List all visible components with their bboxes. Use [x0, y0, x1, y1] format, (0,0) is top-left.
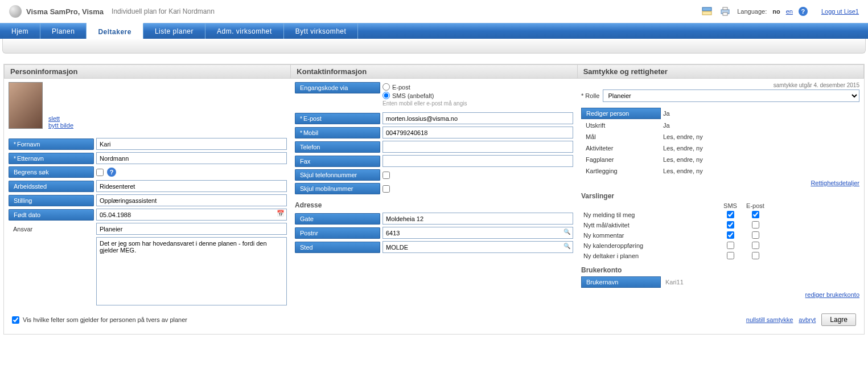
rolle-select[interactable]: Planeier: [603, 89, 859, 102]
stilling-input[interactable]: [96, 194, 287, 206]
avbryt-link[interactable]: avbryt: [799, 316, 816, 323]
otp-epost-label: E-post: [392, 84, 410, 91]
fodt-dato-input[interactable]: [96, 209, 287, 221]
bytt-bilde-link[interactable]: bytt bilde: [48, 122, 73, 129]
epost-input[interactable]: [382, 112, 573, 124]
telefon-input[interactable]: [382, 141, 573, 153]
gate-input[interactable]: [382, 213, 573, 225]
col-kontaktinformasjon: Engangskode via E-post SMS (anbefalt) En…: [295, 82, 573, 308]
brukernavn-label: Brukernavn: [581, 276, 661, 288]
svg-rect-1: [702, 11, 711, 15]
svg-rect-4: [723, 13, 727, 15]
postnr-label: Postnr: [295, 227, 380, 239]
fax-input[interactable]: [382, 155, 573, 167]
notif-ny-kalender: Ny kalenderoppføring: [581, 241, 718, 250]
otp-sms-radio[interactable]: [382, 92, 390, 99]
lagre-button[interactable]: Lagre: [821, 313, 856, 326]
brukerkonto-heading: Brukerkonto: [581, 266, 859, 274]
language-label: Language:: [737, 8, 767, 15]
notif-ny-kalender-epost[interactable]: [752, 242, 759, 249]
mobil-input[interactable]: [382, 127, 573, 138]
section-person-header: Personinformasjon: [4, 64, 291, 79]
begrens-help-icon[interactable]: ?: [107, 168, 116, 177]
etternavn-label: Etternavn: [9, 153, 94, 164]
ansvar-label: Ansvar: [9, 224, 94, 234]
fornavn-label: Fornavn: [9, 138, 94, 150]
perm-utskrift-label[interactable]: Utskrift: [581, 120, 661, 131]
tab-adm-virksomhet[interactable]: Adm. virksomhet: [205, 23, 284, 39]
skjul-telefon-checkbox[interactable]: [382, 172, 390, 179]
brukernavn-value: Kari11: [661, 277, 688, 287]
tab-planen[interactable]: Planen: [40, 23, 87, 39]
perm-utskrift-val: Ja: [661, 120, 672, 131]
otp-sms-label: SMS (anbefalt): [392, 92, 434, 99]
otp-epost-radio[interactable]: [382, 83, 390, 91]
varslinger-heading: Varslinger: [581, 192, 859, 200]
nullstill-samtykke-link[interactable]: nullstill samtykke: [746, 316, 793, 323]
help-icon[interactable]: ?: [799, 7, 808, 16]
sted-label: Sted: [295, 242, 380, 253]
arbeidssted-input[interactable]: [96, 180, 287, 192]
notif-ny-deltaker-sms[interactable]: [727, 252, 734, 259]
notif-ny-kalender-sms[interactable]: [727, 242, 734, 249]
perm-rediger-label[interactable]: Rediger person: [581, 108, 661, 119]
tab-liste-planer[interactable]: Liste planer: [143, 23, 205, 39]
perm-aktiviteter-val: Les, endre, ny: [661, 143, 705, 153]
fornavn-input[interactable]: [96, 138, 287, 150]
notif-col-sms: SMS: [718, 202, 743, 209]
tab-bytt-virksomhet[interactable]: Bytt virksomhet: [284, 23, 359, 39]
skjul-telefon-label: Skjul telefonnummer: [295, 169, 380, 181]
perm-rediger-val: Ja: [661, 108, 672, 119]
epost-label: E-post: [295, 113, 380, 124]
notif-nytt-maal-epost[interactable]: [752, 221, 759, 229]
slett-image-link[interactable]: slett: [48, 115, 73, 122]
main-tabs: Hjem Planen Deltakere Liste planer Adm. …: [0, 23, 868, 39]
perm-aktiviteter-label[interactable]: Aktiviteter: [581, 143, 661, 153]
begrens-sok-label: Begrens søk: [9, 166, 94, 178]
perm-kartlegging-label[interactable]: Kartlegging: [581, 166, 661, 176]
notif-ny-melding-sms[interactable]: [727, 211, 734, 218]
notif-ny-deltaker-epost[interactable]: [752, 252, 759, 259]
svg-rect-3: [723, 7, 727, 10]
rettighetsdetaljer-link[interactable]: Rettighetsdetaljer: [811, 180, 859, 186]
vis-felter-checkbox[interactable]: [12, 316, 19, 324]
tab-deltakere[interactable]: Deltakere: [87, 23, 143, 39]
skjul-mobil-label: Skjul mobilnummer: [295, 183, 380, 194]
svg-rect-0: [702, 7, 711, 11]
perm-maal-label[interactable]: Mål: [581, 132, 661, 142]
mobil-label: Mobil: [295, 127, 380, 138]
notif-ny-melding: Ny melding til meg: [581, 210, 718, 219]
etternavn-input[interactable]: [96, 152, 287, 164]
lang-no: no: [772, 8, 780, 15]
notif-ny-kommentar-epost[interactable]: [752, 231, 759, 239]
ansvar-input[interactable]: [96, 223, 287, 235]
telefon-label: Telefon: [295, 141, 380, 153]
notif-ny-kommentar-sms[interactable]: [727, 231, 734, 239]
print-icon[interactable]: [719, 5, 731, 18]
perm-fagplaner-val: Les, endre, ny: [661, 154, 705, 165]
sted-input[interactable]: [382, 241, 573, 253]
ansvar-textarea[interactable]: [96, 237, 287, 305]
notif-nytt-maal-sms[interactable]: [727, 221, 734, 229]
col-samtykke: samtykke utgår 4. desember 2015 * Rolle …: [581, 82, 859, 308]
logout-link[interactable]: Logg ut Lise1: [821, 8, 859, 15]
rolle-label: * Rolle: [581, 92, 599, 99]
postnr-input[interactable]: [382, 227, 573, 239]
page-subtitle: Individuell plan for Kari Nordmann: [112, 7, 215, 15]
rediger-brukerkonto-link[interactable]: rediger brukerkonto: [805, 291, 859, 298]
tab-hjem[interactable]: Hjem: [0, 23, 40, 39]
notif-ny-melding-epost[interactable]: [752, 211, 759, 218]
lang-en-link[interactable]: en: [786, 8, 793, 15]
archive-icon[interactable]: [701, 5, 713, 18]
perm-fagplaner-label[interactable]: Fagplaner: [581, 154, 661, 165]
begrens-sok-checkbox[interactable]: [96, 169, 104, 176]
perm-kartlegging-val: Les, endre, ny: [661, 166, 705, 176]
skjul-mobil-checkbox[interactable]: [382, 185, 390, 193]
logo-icon: [9, 5, 22, 18]
notif-col-epost: E-post: [743, 202, 768, 209]
toolbar-strip: [2, 39, 866, 54]
fodt-dato-label: Født dato: [9, 209, 94, 221]
gate-label: Gate: [295, 213, 380, 225]
arbeidssted-label: Arbeidssted: [9, 181, 94, 192]
section-kontakt-header: Kontaktinformasjon: [291, 64, 577, 79]
